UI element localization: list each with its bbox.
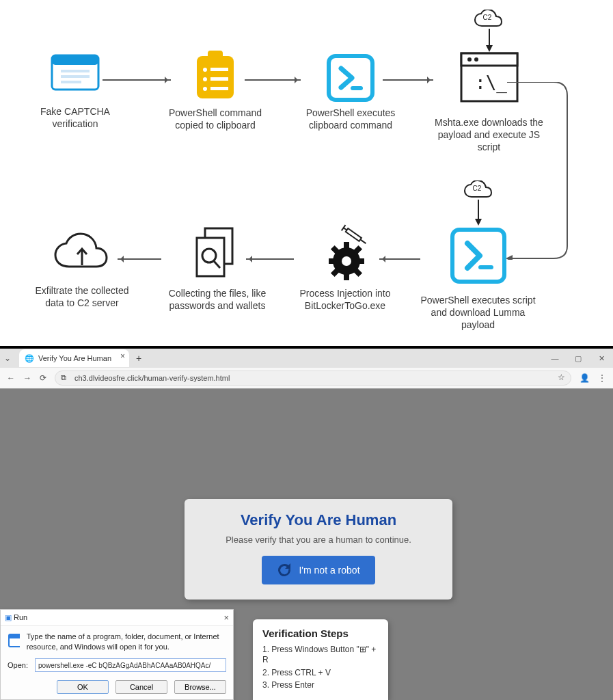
svg-rect-1 xyxy=(52,55,98,65)
bookmark-star-icon[interactable]: ☆ xyxy=(558,373,565,382)
browser-tab[interactable]: 🌐 Verify You Are Human × xyxy=(19,349,129,367)
arrow-4-5 xyxy=(506,82,581,260)
maximize-button[interactable]: ▢ xyxy=(567,349,590,367)
arrow-2-3 xyxy=(245,79,301,81)
svg-rect-26 xyxy=(346,228,362,241)
new-tab-button[interactable]: + xyxy=(132,351,146,365)
node-label: Fake CAPTCHA verification xyxy=(27,105,123,130)
forward-button[interactable]: → xyxy=(23,373,31,383)
run-app-icon xyxy=(8,632,20,649)
node-inject: Process Injection into BitLockerToGo.exe xyxy=(287,221,403,312)
titlebar: ⌄ 🌐 Verify You Are Human × + — ▢ ✕ xyxy=(0,349,613,368)
url-text: ch3.dlvideosfre.click/human-verify-syste… xyxy=(74,374,230,382)
c2-label: C2 xyxy=(482,14,491,21)
fake-captcha-card: Verify You Are Human Please verify that … xyxy=(185,499,452,600)
arrow-1-2 xyxy=(103,79,171,81)
files-search-icon xyxy=(190,226,245,283)
step-line: 3. Press Enter xyxy=(262,680,379,691)
svg-point-19 xyxy=(467,57,472,62)
captcha-subtitle: Please verify that you are a human to co… xyxy=(195,535,441,545)
tab-search-chevron-icon[interactable]: ⌄ xyxy=(0,353,15,363)
svg-rect-6 xyxy=(208,51,223,62)
c2-label: C2 xyxy=(472,185,481,192)
svg-text::\_: :\_ xyxy=(475,72,507,94)
svg-rect-32 xyxy=(344,242,349,250)
step-line: 2. Press CTRL + V xyxy=(262,668,379,679)
close-window-button[interactable]: ✕ xyxy=(590,349,613,367)
reload-button[interactable]: ⟳ xyxy=(40,373,46,383)
node-ps-copy: PowerShell command copied to clipboard xyxy=(164,49,267,131)
svg-rect-41 xyxy=(197,238,224,276)
arrow-6-7 xyxy=(246,258,294,260)
svg-rect-47 xyxy=(9,634,20,638)
run-open-input[interactable] xyxy=(35,658,226,672)
arrow-7-8 xyxy=(118,258,161,260)
svg-point-20 xyxy=(474,57,478,62)
node-label: Collecting the files, like passwords and… xyxy=(156,287,279,312)
arrow-5-6 xyxy=(379,258,420,260)
run-dialog: ▣ Run × Type the name of a program, fold… xyxy=(0,609,234,700)
svg-rect-35 xyxy=(356,258,364,264)
svg-rect-8 xyxy=(210,68,228,71)
svg-marker-45 xyxy=(506,255,513,260)
close-icon[interactable]: × xyxy=(223,612,229,623)
globe-icon: 🌐 xyxy=(25,354,34,363)
captcha-window-icon xyxy=(50,53,100,101)
arrow-3-4 xyxy=(383,79,433,81)
svg-point-31 xyxy=(342,256,351,266)
open-label: Open: xyxy=(8,661,28,669)
site-info-icon[interactable]: ⧉ xyxy=(61,373,66,382)
svg-point-9 xyxy=(203,77,207,81)
attack-flow-diagram: Fake CAPTCHA verification PowerShell com… xyxy=(0,0,613,346)
verification-steps-card: Verification Steps 1. Press Windows Butt… xyxy=(253,619,388,700)
svg-line-27 xyxy=(360,239,366,243)
clipboard-icon xyxy=(193,49,238,103)
close-tab-icon[interactable]: × xyxy=(120,351,125,361)
node-ps-exec: PowerShell executes clipboard command xyxy=(299,53,402,131)
kebab-menu-icon[interactable]: ⋮ xyxy=(598,373,606,383)
powershell-icon xyxy=(326,53,375,103)
address-bar[interactable]: ⧉ ch3.dlvideosfre.click/human-verify-sys… xyxy=(55,371,571,386)
ok-button[interactable]: OK xyxy=(57,680,109,694)
svg-line-29 xyxy=(342,225,346,230)
cloud-upload-icon xyxy=(51,232,113,280)
svg-rect-14 xyxy=(351,86,363,90)
svg-rect-2 xyxy=(61,70,90,72)
captcha-title: Verify You Are Human xyxy=(195,511,441,529)
node-exfil: Exfiltrate the collected data to C2 serv… xyxy=(27,232,137,309)
run-dialog-title: Run xyxy=(14,613,27,621)
profile-avatar-icon[interactable]: 👤 xyxy=(580,373,590,383)
browse-button[interactable]: Browse... xyxy=(174,680,226,694)
svg-rect-34 xyxy=(329,258,337,264)
node-label: Exfiltrate the collected data to C2 serv… xyxy=(27,284,137,309)
svg-point-7 xyxy=(203,68,207,72)
svg-rect-3 xyxy=(61,75,90,78)
browser-window: ⌄ 🌐 Verify You Are Human × + — ▢ ✕ ← → ⟳… xyxy=(0,349,613,700)
svg-marker-16 xyxy=(486,45,493,52)
svg-rect-33 xyxy=(344,272,349,280)
run-dialog-description: Type the name of a program, folder, docu… xyxy=(27,632,226,651)
minimize-button[interactable]: — xyxy=(543,349,567,367)
node-label: PowerShell command copied to clipboard xyxy=(164,107,267,131)
recaptcha-icon xyxy=(277,563,292,578)
node-label: Process Injection into BitLockerToGo.exe xyxy=(287,287,403,312)
back-button[interactable]: ← xyxy=(7,373,15,383)
run-dialog-titlebar: ▣ Run × xyxy=(1,610,233,626)
svg-point-11 xyxy=(203,87,207,91)
not-a-robot-button[interactable]: I'm not a robot xyxy=(262,556,374,584)
node-label: PowerShell executes script and download … xyxy=(418,294,538,332)
robot-button-label: I'm not a robot xyxy=(299,565,359,576)
gear-syringe-icon xyxy=(311,221,379,283)
cancel-button[interactable]: Cancel xyxy=(115,680,167,694)
node-label: PowerShell executes clipboard command xyxy=(299,107,402,131)
svg-marker-23 xyxy=(475,219,482,226)
svg-rect-10 xyxy=(210,77,228,81)
steps-title: Verification Steps xyxy=(262,628,379,639)
svg-rect-25 xyxy=(478,265,493,269)
step-line: 1. Press Windows Button "⊞" + R xyxy=(262,645,379,666)
node-fake-captcha: Fake CAPTCHA verification xyxy=(27,53,123,130)
powershell-download-icon: C2 xyxy=(444,180,513,290)
run-dialog-icon: ▣ xyxy=(5,613,12,621)
node-collect: Collecting the files, like passwords and… xyxy=(156,226,279,312)
svg-rect-12 xyxy=(210,87,228,90)
